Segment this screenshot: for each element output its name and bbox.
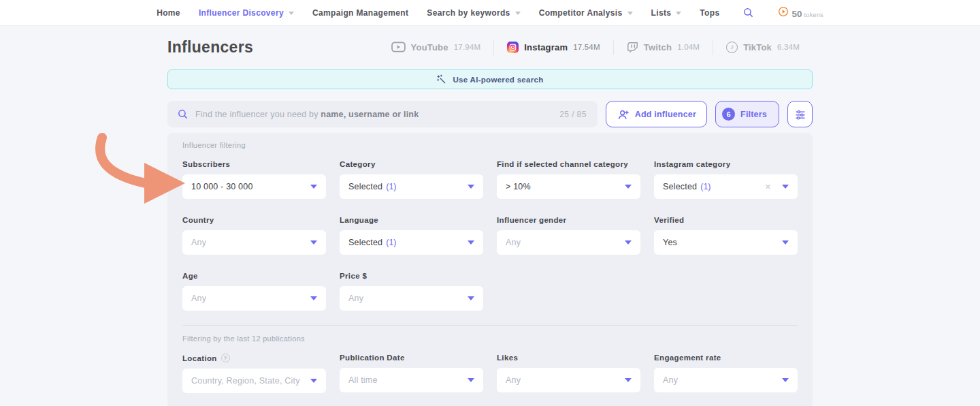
tokens-counter[interactable]: 50tokens [778, 6, 823, 19]
nav-item-home[interactable]: Home [157, 8, 180, 18]
platform-tab-name: Twitch [644, 42, 672, 52]
category-dropdown[interactable]: Selected(1) [340, 174, 483, 199]
dropdown-value: > 10% [506, 182, 531, 191]
nav-item-search-by-keywords[interactable]: Search by keywords [427, 8, 520, 18]
clear-icon[interactable]: ✕ [765, 183, 771, 191]
filter-field-label: Influencer gender [497, 216, 566, 224]
nav-item-label: Competitor Analysis [539, 8, 623, 18]
platform-tab-count: 17.54M [573, 43, 600, 51]
token-coin-icon [778, 6, 789, 17]
instagram-category-dropdown[interactable]: Selected(1)✕ [654, 174, 798, 199]
add-influencer-label: Add influencer [635, 110, 696, 119]
filter-field-label: Subscribers [182, 160, 230, 168]
add-influencer-button[interactable]: Add influencer [606, 101, 707, 127]
filter-field-location: Location?Country, Region, State, City [182, 354, 326, 393]
chevron-down-icon [515, 12, 521, 15]
filter-field-label: Verified [654, 216, 684, 224]
filter-field-price: Price $Any [340, 272, 483, 311]
nav-items: HomeInfluencer DiscoveryCampaign Managem… [157, 6, 823, 19]
filter-field-label-row: Language [340, 216, 483, 224]
influencer-search-input[interactable]: Find the influencer you need by name, us… [167, 101, 598, 127]
search-placeholder: Find the influencer you need by name, us… [195, 110, 559, 119]
search-row: Find the influencer you need by name, us… [167, 101, 813, 127]
nav-search-icon[interactable] [742, 7, 754, 18]
chevron-down-icon [627, 12, 633, 15]
tokens-unit-label: tokens [804, 12, 823, 18]
panel-divider [182, 325, 798, 326]
platform-tab-name: Instagram [524, 42, 568, 52]
search-settings-button[interactable] [787, 101, 813, 127]
nav-item-competitor-analysis[interactable]: Competitor Analysis [539, 8, 633, 18]
influencer-filters-grid: Subscribers10 000 - 30 000CategorySelect… [182, 160, 798, 311]
top-navbar: HomeInfluencer DiscoveryCampaign Managem… [0, 0, 980, 26]
nav-item-lists[interactable]: Lists [651, 8, 682, 18]
dropdown-value: Selected [348, 238, 382, 247]
platform-tab-name: YouTube [411, 42, 448, 52]
platform-tab-tiktok[interactable]: ♪TikTok6.34M [713, 40, 813, 55]
filter-field-label-row: Instagram category [654, 160, 798, 168]
subscribers-dropdown[interactable]: 10 000 - 30 000 [182, 174, 326, 199]
filter-field-label-row: Publication Date [340, 354, 483, 362]
chevron-down-icon [468, 296, 474, 300]
filter-field-category: CategorySelected(1) [340, 160, 483, 199]
filter-field-label: Location [182, 354, 217, 362]
dropdown-value: Any [663, 375, 678, 385]
platform-tab-instagram[interactable]: Instagram17.54M [493, 40, 613, 55]
find-if-selected-channel-category-dropdown[interactable]: > 10% [497, 174, 640, 199]
filter-field-label: Language [340, 216, 378, 224]
likes-dropdown[interactable]: Any [497, 368, 640, 392]
chevron-down-icon [310, 379, 317, 383]
engagement-rate-dropdown[interactable]: Any [654, 368, 798, 392]
filter-field-verified: VerifiedYes [654, 216, 798, 255]
country-dropdown[interactable]: Any [182, 230, 326, 255]
filter-field-label-row: Category [340, 160, 483, 168]
chevron-down-icon [310, 240, 317, 245]
nav-item-influencer-discovery[interactable]: Influencer Discovery [199, 8, 294, 18]
platform-tab-count: 17.94M [454, 43, 481, 51]
filter-field-label: Category [340, 160, 376, 168]
dropdown-value: Any [506, 238, 521, 247]
filter-field-subscribers: Subscribers10 000 - 30 000 [182, 160, 326, 199]
influencer-gender-dropdown[interactable]: Any [497, 230, 640, 255]
filter-field-country: CountryAny [182, 216, 326, 255]
price-dropdown[interactable]: Any [340, 286, 483, 311]
publication-date-dropdown[interactable]: All time [340, 368, 483, 392]
filter-field-instagram-category: Instagram categorySelected(1)✕ [654, 160, 798, 199]
filter-field-label-row: Verified [654, 216, 798, 224]
platform-tab-youtube[interactable]: YouTube17.94M [378, 40, 494, 54]
age-dropdown[interactable]: Any [182, 286, 326, 311]
nav-item-campaign-management[interactable]: Campaign Management [312, 8, 408, 18]
location-dropdown[interactable]: Country, Region, State, City [182, 369, 326, 393]
filters-count-badge: 6 [722, 108, 735, 121]
filter-section-title-publications: Filtering by the last 12 publications [182, 334, 798, 343]
chevron-down-icon [468, 378, 474, 382]
platform-tabs: YouTube17.94MInstagram17.54MTwitch1.04M♪… [378, 40, 813, 55]
page-title: Influencers [167, 38, 253, 57]
nav-item-tops[interactable]: Tops [700, 8, 719, 18]
filters-label: Filters [740, 110, 767, 119]
filter-field-find-if-selected-channel-category: Find if selected channel category> 10% [497, 160, 640, 199]
dropdown-value: All time [348, 375, 378, 385]
twitch-icon [627, 42, 638, 53]
filters-button[interactable]: 6 Filters [715, 101, 779, 127]
dropdown-selected-count: (1) [700, 182, 710, 191]
filter-panel: Influencer filtering Subscribers10 000 -… [167, 133, 813, 406]
chevron-down-icon [625, 185, 632, 189]
dropdown-selected-count: (1) [386, 238, 396, 247]
filter-field-engagement-rate: Engagement rateAny [654, 354, 798, 393]
dropdown-value: Country, Region, State, City [191, 376, 300, 386]
search-counter: 25 / 85 [559, 110, 587, 119]
chevron-down-icon [289, 12, 294, 15]
filter-field-label-row: Engagement rate [654, 354, 798, 362]
filter-field-label-row: Price $ [340, 272, 483, 280]
filter-field-label-row: Location? [182, 354, 326, 362]
ai-search-banner[interactable]: Use AI-powered search [167, 69, 813, 89]
chevron-down-icon [782, 185, 789, 189]
chevron-down-icon [310, 296, 317, 300]
verified-dropdown[interactable]: Yes [654, 230, 798, 255]
platform-tab-twitch[interactable]: Twitch1.04M [613, 40, 713, 55]
language-dropdown[interactable]: Selected(1) [340, 230, 483, 255]
filter-field-label: Likes [497, 354, 518, 362]
dropdown-value: Any [506, 375, 521, 385]
help-icon[interactable]: ? [221, 354, 230, 362]
